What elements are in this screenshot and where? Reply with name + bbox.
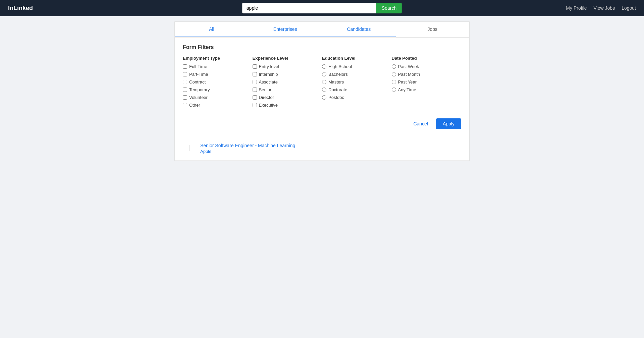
filter-internship[interactable]: Internship xyxy=(253,72,322,77)
education-level-header: Education Level xyxy=(322,56,392,61)
filter-columns: Employment Type Full-Time Part-Time Cont… xyxy=(183,56,461,110)
results-list:  Senior Software Engineer - Machine Lea… xyxy=(174,136,470,161)
tab-candidates[interactable]: Candidates xyxy=(322,22,396,37)
result-company-name[interactable]: Apple xyxy=(200,149,295,154)
filter-executive[interactable]: Executive xyxy=(253,103,322,108)
radio-highschool[interactable] xyxy=(322,64,326,69)
filter-bachelors[interactable]: Bachelors xyxy=(322,72,392,77)
filter-director[interactable]: Director xyxy=(253,95,322,100)
brand-logo: InLinked xyxy=(8,5,33,12)
filter-doctorate[interactable]: Doctorate xyxy=(322,87,392,92)
filter-associate[interactable]: Associate xyxy=(253,79,322,84)
radio-masters[interactable] xyxy=(322,80,326,84)
filter-volunteer[interactable]: Volunteer xyxy=(183,95,253,100)
checkbox-internship[interactable] xyxy=(253,72,257,76)
filter-past-month[interactable]: Past Month xyxy=(392,72,462,77)
education-level-col: Education Level High School Bachelors Ma… xyxy=(322,56,392,110)
checkbox-associate[interactable] xyxy=(253,80,257,84)
radio-past-year[interactable] xyxy=(392,80,396,84)
nav-links: My Profile View Jobs Logout xyxy=(566,5,636,11)
filter-highschool[interactable]: High School xyxy=(322,64,392,69)
checkbox-parttime[interactable] xyxy=(183,72,187,76)
tab-enterprises[interactable]: Enterprises xyxy=(249,22,322,37)
cancel-button[interactable]: Cancel xyxy=(409,119,432,128)
filter-actions: Cancel Apply xyxy=(183,116,461,129)
filter-panel: Form Filters Employment Type Full-Time P… xyxy=(174,37,470,136)
checkbox-fulltime[interactable] xyxy=(183,64,187,69)
checkbox-senior[interactable] xyxy=(253,88,257,92)
apply-button[interactable]: Apply xyxy=(436,118,461,129)
radio-past-month[interactable] xyxy=(392,72,396,76)
checkbox-temporary[interactable] xyxy=(183,88,187,92)
filter-postdoc[interactable]: Postdoc xyxy=(322,95,392,100)
filter-title: Form Filters xyxy=(183,44,461,50)
filter-fulltime[interactable]: Full-Time xyxy=(183,64,253,69)
employment-type-col: Employment Type Full-Time Part-Time Cont… xyxy=(183,56,253,110)
filter-past-year[interactable]: Past Year xyxy=(392,79,462,84)
filter-past-week[interactable]: Past Week xyxy=(392,64,462,69)
result-job-title[interactable]: Senior Software Engineer - Machine Learn… xyxy=(200,143,295,148)
filter-temporary[interactable]: Temporary xyxy=(183,87,253,92)
search-button[interactable]: Search xyxy=(376,3,402,13)
filter-any-time[interactable]: Any Time xyxy=(392,87,462,92)
filter-other[interactable]: Other xyxy=(183,103,253,108)
nav-my-profile[interactable]: My Profile xyxy=(566,5,587,11)
checkbox-contract[interactable] xyxy=(183,80,187,84)
date-posted-header: Date Posted xyxy=(392,56,462,61)
radio-doctorate[interactable] xyxy=(322,88,326,92)
radio-postdoc[interactable] xyxy=(322,95,326,100)
tabs-bar: All Enterprises Candidates Jobs xyxy=(174,21,470,37)
radio-any-time[interactable] xyxy=(392,88,396,92)
checkbox-director[interactable] xyxy=(253,95,257,100)
company-logo:  xyxy=(181,142,195,155)
result-info: Senior Software Engineer - Machine Learn… xyxy=(200,143,295,154)
nav-logout[interactable]: Logout xyxy=(622,5,636,11)
result-item:  Senior Software Engineer - Machine Lea… xyxy=(175,136,469,161)
tab-all[interactable]: All xyxy=(175,22,249,37)
filter-contract[interactable]: Contract xyxy=(183,79,253,84)
checkbox-other[interactable] xyxy=(183,103,187,107)
tab-jobs[interactable]: Jobs xyxy=(396,22,470,37)
checkbox-executive[interactable] xyxy=(253,103,257,107)
navbar: InLinked Search My Profile View Jobs Log… xyxy=(0,0,644,16)
employment-type-header: Employment Type xyxy=(183,56,253,61)
filter-senior[interactable]: Senior xyxy=(253,87,322,92)
checkbox-entry[interactable] xyxy=(253,64,257,69)
main-content: All Enterprises Candidates Jobs Form Fil… xyxy=(174,16,470,166)
filter-masters[interactable]: Masters xyxy=(322,79,392,84)
nav-view-jobs[interactable]: View Jobs xyxy=(594,5,615,11)
filter-parttime[interactable]: Part-Time xyxy=(183,72,253,77)
filter-entry[interactable]: Entry level xyxy=(253,64,322,69)
experience-level-col: Experience Level Entry level Internship … xyxy=(253,56,322,110)
radio-past-week[interactable] xyxy=(392,64,396,69)
date-posted-col: Date Posted Past Week Past Month Past Ye… xyxy=(392,56,462,110)
radio-bachelors[interactable] xyxy=(322,72,326,76)
search-input[interactable] xyxy=(242,3,376,13)
checkbox-volunteer[interactable] xyxy=(183,95,187,100)
search-bar: Search xyxy=(242,3,402,13)
experience-level-header: Experience Level xyxy=(253,56,322,61)
